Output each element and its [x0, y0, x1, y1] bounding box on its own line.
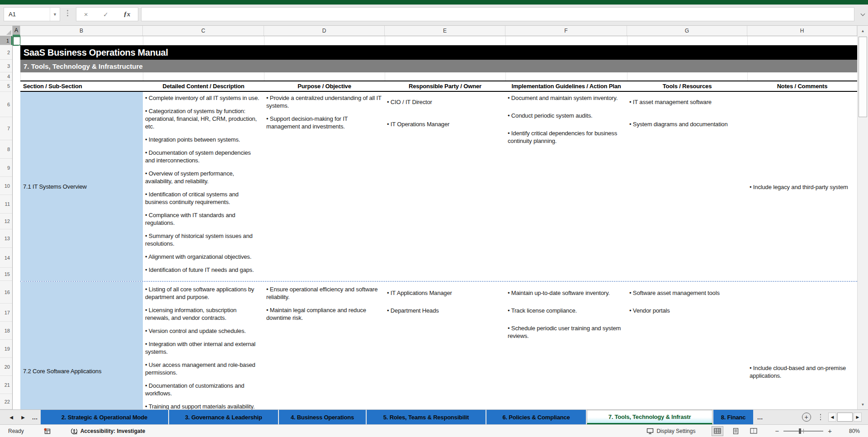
insert-function-icon[interactable]: ƒx [123, 10, 130, 18]
row-header-11[interactable]: 11 [0, 195, 12, 214]
zoom-slider-thumb[interactable] [799, 428, 801, 434]
scroll-up-icon[interactable]: ▲ [858, 26, 868, 36]
vertical-scroll-thumb[interactable] [859, 37, 867, 117]
table-header-cell[interactable]: Notes / Comments [747, 81, 857, 91]
status-bar-right: Display Settings [646, 426, 868, 436]
row-header-17[interactable]: 17 [0, 304, 12, 322]
sheet-tab-active[interactable]: 7. Tools, Technology & Infrastr [587, 410, 712, 424]
row-header-3[interactable]: 3 [0, 60, 12, 72]
purpose-cell[interactable]: • Provide a centralized understanding of… [264, 92, 385, 281]
formula-input[interactable] [141, 7, 854, 21]
enter-icon[interactable]: ✓ [103, 11, 108, 18]
row-header-12[interactable]: 12 [0, 214, 12, 229]
column-header-e[interactable]: E [385, 26, 505, 36]
table-header-cell[interactable]: Implementation Guidelines / Action Plan [505, 81, 627, 91]
detailed-content-cell[interactable]: • Complete inventory of all IT systems i… [143, 92, 264, 281]
formula-bar-expand-button[interactable] [859, 11, 866, 18]
table-header-cell[interactable]: Section / Sub-Section [20, 81, 143, 91]
sheet-grid[interactable]: SaaS Business Operations Manual 7. Tools… [13, 36, 857, 409]
sheet-subtitle-cell[interactable]: 7. Tools, Technology & Infrastructure [20, 60, 857, 72]
column-header-g[interactable]: G [627, 26, 747, 36]
row-header-15[interactable]: 15 [0, 268, 12, 281]
name-box[interactable]: A1 ▼ [4, 7, 60, 21]
tools-cell[interactable]: • IT asset management software• System d… [627, 92, 747, 281]
column-header-c[interactable]: C [143, 26, 264, 36]
display-settings-button[interactable]: Display Settings [646, 428, 695, 434]
notes-cell[interactable]: • Include legacy and third-party system [750, 183, 857, 191]
row-header-1[interactable]: 1 [0, 36, 12, 45]
view-normal-button[interactable] [712, 426, 723, 436]
sheet-title-cell[interactable]: SaaS Business Operations Manual [20, 45, 857, 60]
row-header-9[interactable]: 9 [0, 159, 12, 177]
sheet-tab[interactable]: 6. Policies & Compliance [486, 410, 586, 424]
zoom-slider[interactable] [783, 431, 823, 432]
row-header-4[interactable]: 4 [0, 72, 12, 81]
responsible-cell[interactable]: • IT Applications Manager• Department He… [385, 282, 505, 409]
sheet-tab[interactable]: 8. Financ [713, 410, 753, 424]
row-header-10[interactable]: 10 [0, 177, 12, 195]
notes-cell[interactable]: • Include cloud-based and on-premise app… [750, 364, 857, 380]
tab-scroll-left-icon[interactable]: ◀ [5, 410, 17, 424]
tab-scroll-right-icon[interactable]: ▶ [17, 410, 29, 424]
row-header-13[interactable]: 13 [0, 229, 12, 248]
table-header-cell[interactable]: Tools / Resources [627, 81, 747, 91]
horizontal-scroll-thumb[interactable] [837, 413, 853, 422]
formula-bar: A1 ▼ × ✓ ƒx [0, 5, 868, 26]
vertical-scrollbar[interactable]: ▲ ▼ [857, 26, 868, 409]
table-header-cell[interactable]: Detailed Content / Description [143, 81, 264, 91]
row-header-20[interactable]: 20 [0, 358, 12, 376]
row-header-19[interactable]: 19 [0, 340, 12, 358]
table-header-cell[interactable]: Purpose / Objective [264, 81, 385, 91]
zoom-in-button[interactable]: + [828, 427, 832, 435]
h-scroll-right-icon[interactable]: ▶ [854, 413, 862, 422]
detailed-content-cell[interactable]: • Listing of all core software applicati… [143, 282, 264, 409]
name-box-dropdown-icon[interactable]: ▼ [50, 8, 60, 21]
row-header-6[interactable]: 6 [0, 92, 12, 117]
section-label-cell[interactable]: 7.1 IT Systems Overview [20, 92, 143, 281]
responsible-cell[interactable]: • CIO / IT Director• IT Operations Manag… [385, 92, 505, 281]
row-header-21[interactable]: 21 [0, 376, 12, 394]
tab-overflow-right-ellipsis[interactable]: … [754, 410, 766, 424]
tools-cell[interactable]: • Software asset management tools• Vendo… [627, 282, 747, 409]
tab-options-dots-icon[interactable] [820, 414, 821, 420]
h-scroll-left-icon[interactable]: ◀ [828, 413, 836, 422]
view-page-break-button[interactable] [748, 426, 760, 436]
implementation-cell[interactable]: • Maintain up-to-date software inventory… [505, 282, 627, 409]
table-header-cell[interactable]: Responsible Party / Owner [385, 81, 505, 91]
row-header-8[interactable]: 8 [0, 140, 12, 159]
add-sheet-button[interactable]: + [802, 413, 811, 422]
column-header-a[interactable]: A [13, 26, 20, 36]
macro-record-button[interactable] [44, 428, 51, 434]
implementation-cell[interactable]: • Document and maintain system inventory… [505, 92, 627, 281]
sheet-tab[interactable]: 3. Governance & Leadership [169, 410, 278, 424]
row-header-14[interactable]: 14 [0, 248, 12, 268]
bullet-text: • Integration with other internal and ex… [145, 340, 262, 356]
row-header-7[interactable]: 7 [0, 117, 12, 140]
section-label: 7.2 Core Software Applications [23, 368, 141, 375]
purpose-cell[interactable]: • Ensure operational efficiency and soft… [264, 282, 385, 409]
select-all-corner[interactable] [0, 26, 13, 36]
column-header-b[interactable]: B [20, 26, 143, 36]
cancel-icon[interactable]: × [84, 10, 88, 18]
column-header-h[interactable]: H [747, 26, 857, 36]
tab-bar-controls: + ◀ ▶ [797, 410, 868, 424]
zoom-out-button[interactable]: − [775, 427, 779, 435]
zoom-level[interactable]: 80% [839, 428, 860, 434]
row-header-18[interactable]: 18 [0, 322, 12, 340]
row-header-2[interactable]: 2 [0, 45, 12, 60]
row-header-16[interactable]: 16 [0, 281, 12, 304]
column-header-f[interactable]: F [505, 26, 627, 36]
tab-overflow-left-ellipsis[interactable]: … [29, 410, 41, 424]
view-page-layout-button[interactable] [730, 426, 741, 436]
column-header-d[interactable]: D [264, 26, 385, 36]
sheet-tab[interactable]: 5. Roles, Teams & Responsibilit [367, 410, 486, 424]
section-label-cell[interactable]: 7.2 Core Software Applications [20, 282, 143, 409]
bullet-text: • Version control and update schedules. [145, 327, 262, 335]
scroll-down-icon[interactable]: ▼ [858, 399, 868, 409]
accessibility-status[interactable]: Accessibility: Investigate [71, 428, 145, 435]
sheet-tab[interactable]: 4. Business Operations [279, 410, 366, 424]
row-header-22[interactable]: 22 [0, 394, 12, 409]
row-header-5[interactable]: 5 [0, 81, 12, 92]
sheet-tab[interactable]: 2. Strategic & Operational Mode [41, 410, 168, 424]
ready-status: Ready [8, 428, 24, 434]
